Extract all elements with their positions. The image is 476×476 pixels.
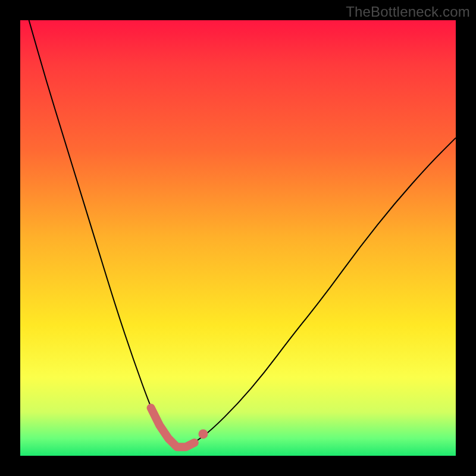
plot-area — [20, 20, 456, 456]
chart-frame: TheBottleneck.com — [0, 0, 476, 476]
watermark-text: TheBottleneck.com — [346, 4, 470, 20]
optimal-range-highlight — [151, 408, 195, 447]
optimal-range-dot — [198, 429, 208, 439]
curve-layer — [20, 20, 456, 456]
bottleneck-curve — [29, 20, 456, 447]
